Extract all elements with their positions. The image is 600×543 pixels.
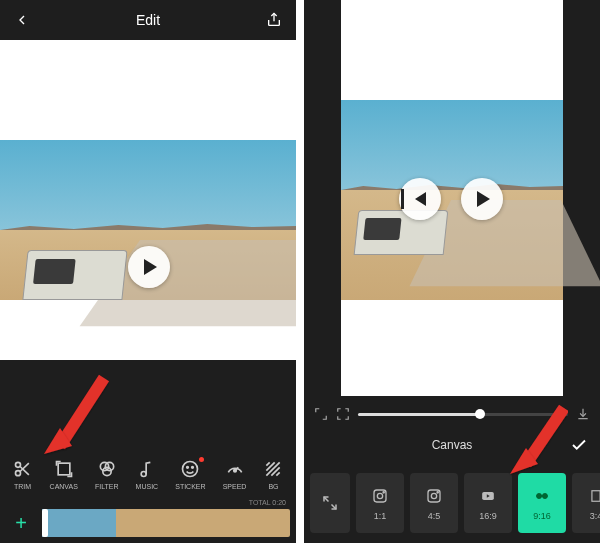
badge-dot [199, 457, 204, 462]
play-button[interactable] [461, 178, 503, 220]
ratio-free[interactable] [310, 473, 350, 533]
tool-label: MUSIC [136, 483, 159, 490]
ratio-label: 3:4 [590, 511, 600, 521]
tool-trim[interactable]: TRIM [13, 459, 33, 490]
tool-bg[interactable]: BG [263, 459, 283, 490]
section-header: Canvas [304, 432, 600, 458]
svg-line-15 [267, 462, 270, 465]
ratio-9-16[interactable]: 9:16 [518, 473, 566, 533]
ratio-3-4[interactable]: 3:4 [572, 473, 600, 533]
fit-button[interactable] [314, 407, 328, 421]
svg-point-12 [192, 466, 194, 468]
svg-rect-29 [592, 491, 600, 502]
header: Edit [0, 0, 296, 40]
back-button[interactable] [12, 10, 32, 30]
svg-point-26 [437, 492, 438, 493]
progress-slider[interactable] [358, 413, 568, 416]
tool-label: CANVAS [50, 483, 78, 490]
ratio-1-1[interactable]: 1:1 [356, 473, 404, 533]
edit-screen: Edit TRIM CANVAS FILTER [0, 0, 296, 543]
video-preview[interactable] [0, 40, 296, 360]
tool-label: SPEED [223, 483, 247, 490]
svg-point-23 [383, 492, 384, 493]
tool-canvas[interactable]: CANVAS [50, 459, 78, 490]
trim-handle[interactable] [42, 509, 48, 537]
svg-point-10 [183, 461, 198, 476]
tool-label: BG [268, 483, 278, 490]
svg-point-22 [377, 493, 382, 498]
play-button[interactable] [128, 246, 170, 288]
app-icon [531, 485, 553, 507]
ratio-label: 4:5 [428, 511, 441, 521]
ratio-label: 1:1 [374, 511, 387, 521]
share-button[interactable] [264, 10, 284, 30]
scrub-bar [304, 402, 600, 426]
svg-point-1 [15, 462, 20, 467]
section-title: Canvas [432, 438, 473, 452]
tool-speed[interactable]: SPEED [223, 459, 247, 490]
add-clip-button[interactable]: + [6, 508, 36, 538]
youtube-icon [477, 485, 499, 507]
svg-point-11 [187, 466, 189, 468]
previous-button[interactable] [399, 178, 441, 220]
download-button[interactable] [576, 407, 590, 421]
play-icon [144, 259, 157, 275]
timeline: + TOTAL 0:20 [0, 503, 296, 543]
timeline-total: TOTAL 0:20 [249, 499, 286, 506]
svg-line-19 [277, 472, 280, 475]
ratio-label: 9:16 [533, 511, 551, 521]
instagram-icon [369, 485, 391, 507]
svg-point-8 [103, 467, 111, 475]
svg-point-25 [431, 493, 436, 498]
svg-point-14 [233, 469, 236, 472]
confirm-button[interactable] [570, 436, 588, 457]
instagram-icon [423, 485, 445, 507]
ratio-label: 16:9 [479, 511, 497, 521]
slider-thumb[interactable] [475, 409, 485, 419]
tool-label: STICKER [175, 483, 205, 490]
tool-label: TRIM [14, 483, 31, 490]
svg-rect-5 [58, 463, 70, 475]
tool-filter[interactable]: FILTER [95, 459, 119, 490]
ratio-16-9[interactable]: 16:9 [464, 473, 512, 533]
ratio-4-5[interactable]: 4:5 [410, 473, 458, 533]
tool-label: FILTER [95, 483, 119, 490]
aspect-ratio-list: 1:1 4:5 16:9 9:16 [304, 463, 600, 543]
canvas-screen: Canvas 1:1 4:5 [304, 0, 600, 543]
page-title: Edit [136, 12, 160, 28]
tool-sticker[interactable]: STICKER [175, 459, 205, 490]
svg-point-2 [15, 470, 20, 475]
tool-music[interactable]: MUSIC [136, 459, 159, 490]
skip-back-icon [415, 192, 426, 206]
fullscreen-button[interactable] [336, 407, 350, 421]
timeline-track[interactable]: TOTAL 0:20 [42, 509, 290, 537]
video-preview[interactable] [341, 0, 563, 396]
toolbar: TRIM CANVAS FILTER MUSIC STICKER SPE [0, 445, 296, 503]
play-icon [477, 191, 490, 207]
expand-icon [319, 492, 341, 514]
rect-icon [585, 485, 600, 507]
